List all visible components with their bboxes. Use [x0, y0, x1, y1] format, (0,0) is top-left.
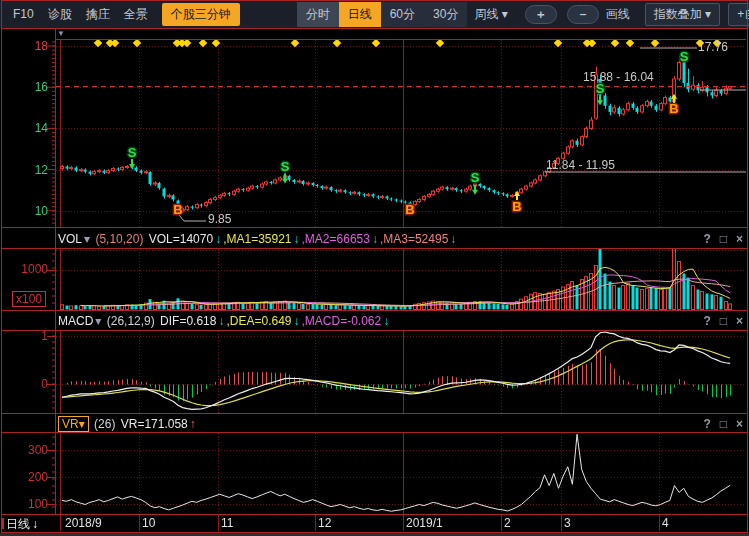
volume-label: 1000: [0, 262, 48, 276]
vol-value: VOL=14070: [149, 232, 213, 246]
label: 11: [221, 516, 233, 530]
vol-dropdown-icon[interactable]: ▾: [84, 232, 90, 246]
vr-header-values: VR▾ (26) VR=171.058↑: [58, 417, 198, 431]
dea-value: ,DEA=0.649: [226, 314, 291, 328]
vol-indicator-label[interactable]: VOL: [58, 232, 82, 246]
maximize-icon[interactable]: □: [720, 314, 727, 328]
down-arrow-icon: ↓: [215, 232, 221, 246]
price-label: 12: [0, 163, 48, 177]
vol-header-icons: ?□×: [694, 232, 743, 246]
volume-scale-label: x100: [12, 291, 46, 307]
help-icon[interactable]: ?: [703, 314, 710, 328]
price-label: 16: [0, 80, 48, 94]
label: 12: [318, 516, 331, 530]
vr-panel-header: VR▾ (26) VR=171.058↑ ?□×: [58, 415, 743, 433]
down-arrow-icon: ↓: [450, 232, 456, 246]
period-label[interactable]: 日线↓: [6, 516, 38, 533]
period-down-arrow-icon: ↓: [32, 517, 38, 531]
down-arrow-icon: ↓: [294, 314, 300, 328]
time-axis: 日线↓ 2018/91011122019/1234: [0, 515, 749, 532]
up-arrow-icon: ↑: [190, 417, 196, 431]
vr-label: 200: [0, 470, 48, 484]
help-icon[interactable]: ?: [703, 417, 710, 431]
y-axis-labels: 1816141210100010300200100: [0, 0, 48, 536]
label: 2019/1: [406, 516, 443, 530]
vol-header-values: VOL▾ (5,10,20) VOL=14070↓,MA1=35921↓,MA2…: [58, 232, 458, 246]
vol-ma2-value: ,MA2=66653: [302, 232, 370, 246]
macd-dropdown-icon[interactable]: ▾: [95, 314, 101, 328]
down-arrow-icon: ↓: [383, 314, 389, 328]
down-arrow-icon: ↓: [218, 314, 224, 328]
label: 3: [564, 516, 571, 530]
price-label: 10: [0, 204, 48, 218]
vol-ma1-value: ,MA1=35921: [223, 232, 291, 246]
vol-panel-header: VOL▾ (5,10,20) VOL=14070↓,MA1=35921↓,MA2…: [58, 230, 743, 248]
macd-label: 1: [0, 329, 48, 343]
label: 10: [142, 516, 155, 530]
label: 4: [662, 516, 669, 530]
chart-dropdown-icon[interactable]: ▼: [57, 29, 65, 38]
axis-corner-mark: [1, 518, 4, 529]
macd-indicator-label[interactable]: MACD: [58, 314, 93, 328]
vol-ma3-value: ,MA3=52495: [380, 232, 448, 246]
vr-header-icons: ?□×: [694, 417, 743, 431]
down-arrow-icon: ↓: [294, 232, 300, 246]
macd-header-values: MACD▾ (26,12,9) DIF=0.618↓,DEA=0.649↓,MA…: [58, 314, 391, 328]
vr-params: (26): [91, 417, 119, 431]
macd-params: (26,12,9): [103, 314, 158, 328]
vol-params: (5,10,20): [92, 232, 147, 246]
label: 2018/9: [65, 516, 102, 530]
vr-value: VR=171.058: [121, 417, 188, 431]
chart-canvas[interactable]: [0, 0, 749, 536]
maximize-icon[interactable]: □: [720, 417, 727, 431]
macd-value: ,MACD=-0.062: [302, 314, 382, 328]
vr-label: 300: [0, 443, 48, 457]
macd-header-icons: ?□×: [694, 314, 743, 328]
help-icon[interactable]: ?: [703, 232, 710, 246]
label: 2: [504, 516, 511, 530]
macd-panel-header: MACD▾ (26,12,9) DIF=0.618↓,DEA=0.649↓,MA…: [58, 312, 743, 330]
maximize-icon[interactable]: □: [720, 232, 727, 246]
price-label: 14: [0, 121, 48, 135]
close-icon[interactable]: ×: [736, 417, 743, 431]
macd-label: 0: [0, 377, 48, 391]
price-label: 18: [0, 39, 48, 53]
close-icon[interactable]: ×: [736, 314, 743, 328]
close-icon[interactable]: ×: [736, 232, 743, 246]
vr-indicator-label[interactable]: VR▾: [58, 416, 89, 432]
down-arrow-icon: ↓: [372, 232, 378, 246]
vr-label: 100: [0, 497, 48, 511]
dif-value: DIF=0.618: [160, 314, 216, 328]
